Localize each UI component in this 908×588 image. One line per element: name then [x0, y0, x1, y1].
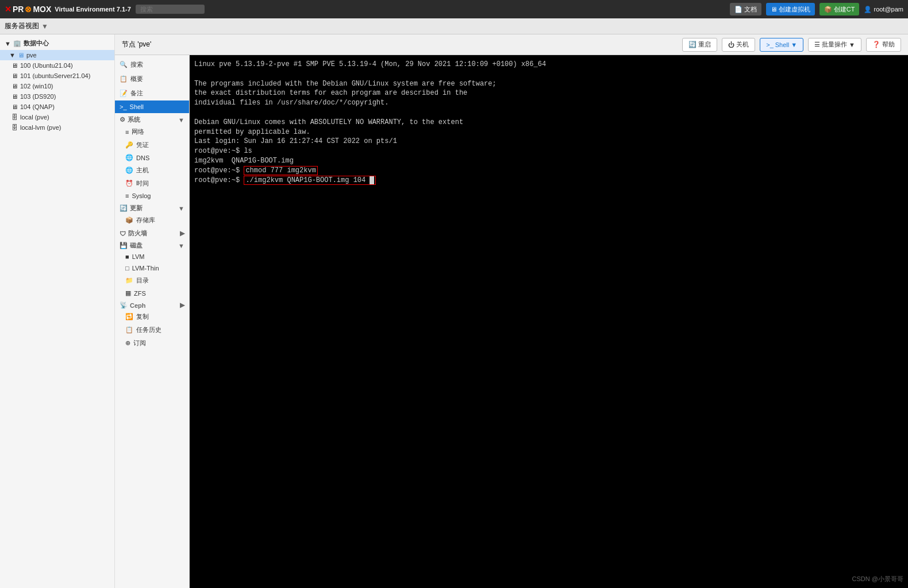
servicebar-title: 服务器视图: [5, 21, 39, 31]
create-ct-button[interactable]: 📦 创建CT: [819, 3, 860, 16]
ceph-icon: 📡: [120, 301, 128, 309]
subnav-zfs[interactable]: ▦ ZFS: [115, 287, 189, 299]
ceph-expand-icon: ▶: [180, 301, 184, 309]
vm-102[interactable]: 🖥 102 (win10): [0, 81, 114, 91]
storage-local[interactable]: 🗄 local (pve): [0, 112, 114, 122]
subnav-search[interactable]: 🔍 搜索: [115, 57, 189, 72]
term-line-6: Debian GNU/Linux comes with ABSOLUTELY N…: [194, 118, 903, 127]
subnav-ceph-section[interactable]: 📡 Ceph ▶: [115, 299, 189, 310]
subnav-replication[interactable]: 🔁 复制: [115, 310, 189, 323]
shell-dropdown-icon: ▼: [791, 41, 797, 48]
storage-icon-local: 🗄: [11, 114, 18, 121]
subnav-lvm[interactable]: ■ LVM: [115, 251, 189, 262]
logo-ox: ⊗: [25, 5, 32, 14]
notes-icon: 📝: [120, 90, 128, 97]
replication-icon: 🔁: [125, 313, 133, 320]
servicebar-dropdown-icon[interactable]: ▼: [41, 22, 48, 30]
storage-repo-icon: 📦: [125, 216, 133, 224]
sidebar: ▼ 🏢 数据中心 ▼ 🖥 pve 🖥 100 (Ubuntu21.04) 🖥 1…: [0, 34, 115, 588]
storage-label-lvm: local-lvm (pve): [20, 124, 61, 131]
servicebar: 服务器视图 ▼: [0, 18, 908, 34]
logo-mox: MOX: [33, 5, 51, 14]
terminal-area[interactable]: Linux pve 5.13.19-2-pve #1 SMP PVE 5.13.…: [190, 55, 908, 588]
restart-icon: 🔄: [688, 41, 697, 48]
logo-subtitle: Virtual Environment 7.1-7: [55, 6, 130, 13]
term-line-5: [194, 108, 903, 118]
shell-nav-icon: >_: [120, 103, 127, 110]
firewall-icon: 🛡: [120, 230, 126, 237]
subnav-storage[interactable]: 📦 存储库: [115, 214, 189, 227]
subnav-shell[interactable]: >_ Shell: [115, 100, 189, 113]
term-line-3: the exact distribution terms for each pr…: [194, 88, 903, 98]
subnav-network[interactable]: ≡ 网络: [115, 125, 189, 138]
zfs-icon: ▦: [125, 289, 131, 297]
global-search-input[interactable]: [136, 5, 205, 14]
user-icon: 👤: [864, 6, 872, 13]
vm-label-100: 100 (Ubuntu21.04): [20, 62, 73, 69]
restart-button[interactable]: 🔄 重启: [682, 38, 717, 52]
node-title: 节点 'pve': [122, 40, 151, 49]
right-panel: 节点 'pve' 🔄 重启 ⏻ 关机 >_ Shell ▼ ☰ 批量操作 ▼ ❓: [115, 34, 908, 588]
pve-node-label: pve: [26, 52, 37, 59]
pve-node-item[interactable]: ▼ 🖥 pve: [0, 50, 114, 60]
term-line-10: img2kvm QNAP1G-BOOT.img: [194, 156, 903, 166]
summary-icon: 📋: [120, 75, 128, 83]
create-vm-button[interactable]: 🖥 创建虚拟机: [766, 3, 815, 16]
logo-x: ✕: [5, 5, 11, 14]
subnav-lvm-thin[interactable]: □ LVM-Thin: [115, 262, 189, 274]
term-line-12: root@pve:~$ ./img2kvm QNAP1G-BOOT.img 10…: [194, 176, 903, 185]
lvm-icon: ■: [125, 253, 129, 260]
subnav-host[interactable]: 🌐 主机: [115, 164, 189, 177]
shell-icon: >_: [766, 41, 774, 48]
datacenter-collapse-icon: ▼: [5, 40, 11, 47]
syslog-icon: ≡: [125, 192, 129, 199]
subnav-subscription[interactable]: ⊕ 订阅: [115, 336, 189, 350]
shutdown-icon: ⏻: [728, 41, 734, 48]
term-line-9: root@pve:~$ ls: [194, 146, 903, 156]
pve-node-icon: 🖥: [18, 52, 24, 59]
ct-icon: 📦: [824, 6, 832, 13]
topbar: ✕ PR ⊗ MOX Virtual Environment 7.1-7 📄 文…: [0, 0, 908, 18]
storage-icon-lvm: 🗄: [11, 124, 18, 131]
update-icon: 🔄: [120, 204, 128, 212]
docs-icon: 📄: [734, 6, 742, 13]
vm-label-103: 103 (DS920): [20, 93, 56, 100]
disk-expand-icon: ▼: [178, 242, 184, 249]
subnav-dns[interactable]: 🌐 DNS: [115, 152, 189, 164]
term-line-1: [194, 69, 903, 79]
fw-expand-icon: ▶: [180, 230, 184, 237]
datacenter-header[interactable]: ▼ 🏢 数据中心: [0, 37, 114, 50]
bulk-ops-button[interactable]: ☰ 批量操作 ▼: [808, 38, 861, 52]
vm-103[interactable]: 🖥 103 (DS920): [0, 91, 114, 102]
help-button[interactable]: ❓ 帮助: [866, 38, 901, 52]
subnav-disk-section[interactable]: 💾 磁盘 ▼: [115, 239, 189, 251]
storage-label-local: local (pve): [20, 114, 49, 121]
vm-104[interactable]: 🖥 104 (QNAP): [0, 102, 114, 112]
taskhistory-icon: 📋: [125, 326, 133, 334]
subnav-firewall-section[interactable]: 🛡 防火墙 ▶: [115, 227, 189, 239]
cert-icon: 🔑: [125, 141, 133, 149]
subnav-syslog[interactable]: ≡ Syslog: [115, 190, 189, 202]
shell-button[interactable]: >_ Shell ▼: [760, 38, 803, 52]
vm-100[interactable]: 🖥 100 (Ubuntu21.04): [0, 60, 114, 71]
subnav-update-section[interactable]: 🔄 更新 ▼: [115, 202, 189, 214]
subnav-cert[interactable]: 🔑 凭证: [115, 138, 189, 152]
vm-101[interactable]: 🖥 101 (ubuntuServer21.04): [0, 71, 114, 81]
pve-collapse-icon: ▼: [9, 52, 16, 59]
subnav-taskhistory[interactable]: 📋 任务历史: [115, 323, 189, 336]
disk-icon: 💾: [120, 242, 128, 249]
main-layout: ▼ 🏢 数据中心 ▼ 🖥 pve 🖥 100 (Ubuntu21.04) 🖥 1…: [0, 34, 908, 588]
subnav-summary[interactable]: 📋 概要: [115, 72, 189, 86]
shutdown-button[interactable]: ⏻ 关机: [722, 38, 755, 52]
subnav-time[interactable]: ⏰ 时间: [115, 177, 189, 190]
logo: ✕ PR ⊗ MOX Virtual Environment 7.1-7: [5, 5, 131, 14]
subnav-directory[interactable]: 📁 目录: [115, 274, 189, 287]
storage-local-lvm[interactable]: 🗄 local-lvm (pve): [0, 122, 114, 133]
dns-icon: 🌐: [125, 154, 133, 161]
system-icon: ⚙: [120, 116, 125, 123]
vm-label-101: 101 (ubuntuServer21.04): [20, 72, 90, 79]
docs-button[interactable]: 📄 文档: [730, 3, 761, 16]
directory-icon: 📁: [125, 277, 133, 284]
subnav-notes[interactable]: 📝 备注: [115, 86, 189, 100]
term-line-2: The programs included with the Debian GN…: [194, 79, 903, 89]
